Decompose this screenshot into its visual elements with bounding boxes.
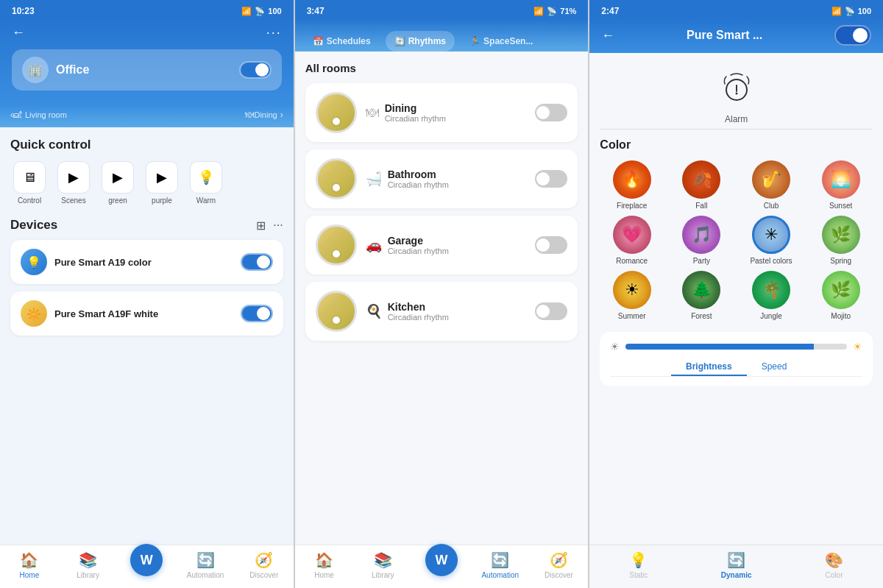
color-item-spring[interactable]: 🌿 Spring xyxy=(809,216,873,265)
mojito-label: Mojito xyxy=(831,312,851,320)
kitchen-toggle[interactable] xyxy=(535,302,567,320)
tab-spacesense[interactable]: 🏃 SpaceSen... xyxy=(461,31,542,52)
room-nav-prev-label[interactable]: Living room xyxy=(25,110,245,119)
tab-color[interactable]: 🎨 Color xyxy=(785,551,883,579)
garage-sub: Circadian rhythm xyxy=(388,247,536,255)
quick-item-green[interactable]: ▶ green xyxy=(99,161,137,205)
static-label: Static xyxy=(629,571,648,579)
library-icon-1: 📚 xyxy=(79,551,97,569)
quick-item-control[interactable]: 🖥 Control xyxy=(10,161,49,205)
grid-icon[interactable]: ⊞ xyxy=(256,219,266,233)
device-main-toggle[interactable] xyxy=(834,25,871,46)
room-icon-1: 🏢 xyxy=(22,57,49,83)
more-devices-icon[interactable]: ··· xyxy=(273,219,283,233)
garage-toggle[interactable] xyxy=(535,236,567,254)
quick-item-warm[interactable]: 💡 Warm xyxy=(187,161,225,205)
signal-icon: 📶 xyxy=(241,7,252,16)
color-item-summer[interactable]: ☀ Summer xyxy=(600,271,664,320)
room-bathroom-card[interactable]: 🛁 Bathroom Circadian rhythm xyxy=(305,149,578,208)
nav-discover-2[interactable]: 🧭 Discover xyxy=(530,551,589,579)
color-item-party[interactable]: 🎵 Party xyxy=(670,216,734,265)
room-name-1: Office xyxy=(56,63,89,77)
nav-discover-1[interactable]: 🧭 Discover xyxy=(235,551,294,579)
color-item-fall[interactable]: 🍂 Fall xyxy=(670,160,734,210)
tab-schedules[interactable]: 📅 Schedules xyxy=(304,31,380,52)
device-icon-color: 💡 xyxy=(21,249,47,275)
phone2-tabs: 📅 Schedules 🔄 Rhythms 🏃 SpaceSen... xyxy=(295,25,589,52)
nav-automation-1[interactable]: 🔄 Automation xyxy=(176,551,235,579)
color-item-romance[interactable]: 💗 Romance xyxy=(600,216,664,265)
device-card-white[interactable]: 🔆 Pure Smart A19F white xyxy=(10,291,283,336)
back-button-1[interactable]: ← xyxy=(12,25,25,40)
color-item-fireplace[interactable]: 🔥 Fireplace xyxy=(600,160,664,210)
room-garage-card[interactable]: 🚗 Garage Circadian rhythm xyxy=(305,216,578,274)
brightness-low-icon: ☀ xyxy=(610,341,620,353)
romance-label: Romance xyxy=(616,257,648,265)
dining-name: Dining xyxy=(385,102,536,114)
color-item-jungle[interactable]: 🌴 Jungle xyxy=(740,271,804,320)
more-button-1[interactable]: ··· xyxy=(266,25,282,40)
quick-item-purple[interactable]: ▶ purple xyxy=(143,161,181,205)
device-card-color[interactable]: 💡 Pure Smart A19 color xyxy=(10,240,283,284)
library-icon-2: 📚 xyxy=(374,551,392,569)
quick-item-scenes[interactable]: ▶ Scenes xyxy=(54,161,93,205)
nav-library-1[interactable]: 📚 Library xyxy=(59,551,118,579)
speed-tab[interactable]: Speed xyxy=(747,358,802,376)
discover-label-2: Discover xyxy=(545,571,573,579)
automation-label-1: Automation xyxy=(187,571,224,579)
brightness-tab[interactable]: Brightness xyxy=(671,358,747,376)
nav-automation-2[interactable]: 🔄 Automation xyxy=(471,551,530,579)
fireplace-label: Fireplace xyxy=(617,202,647,210)
brightness-track[interactable] xyxy=(625,344,847,350)
tab-rhythms[interactable]: 🔄 Rhythms xyxy=(386,31,455,52)
nav-center-2[interactable]: W xyxy=(412,551,471,579)
color-item-pastel[interactable]: ✳ Pastel colors xyxy=(740,216,804,265)
device-toggle-white[interactable] xyxy=(241,305,273,322)
nav-center-1[interactable]: W xyxy=(117,551,176,579)
device-toggle-color[interactable] xyxy=(241,253,273,271)
discover-icon-1: 🧭 xyxy=(255,551,273,569)
dining-toggle[interactable] xyxy=(535,104,567,121)
control-icon: 🖥 xyxy=(13,161,46,194)
center-button-2[interactable]: W xyxy=(425,544,458,576)
brightness-speed-tabs: Brightness Speed xyxy=(610,358,862,377)
signal-icon-3: 📶 xyxy=(831,7,842,16)
color-item-forest[interactable]: 🌲 Forest xyxy=(670,271,734,320)
all-rooms-title: All rooms xyxy=(305,62,578,74)
color-item-mojito[interactable]: 🌿 Mojito xyxy=(809,271,873,320)
phone-screen-1: 10:23 📶 📡 100 ← ··· 🏢 Office ‹ xyxy=(0,0,295,588)
nav-library-2[interactable]: 📚 Library xyxy=(353,551,412,579)
warm-label: Warm xyxy=(196,196,216,205)
room-nav-next-label[interactable]: Dining xyxy=(254,110,277,119)
nav-home-1[interactable]: 🏠 Home xyxy=(0,551,59,579)
nav-home-2[interactable]: 🏠 Home xyxy=(295,551,354,579)
tab-dynamic[interactable]: 🔄 Dynamic xyxy=(687,551,785,579)
garage-info: Garage Circadian rhythm xyxy=(388,235,536,255)
alarm-label: Alarm xyxy=(725,114,748,124)
back-button-3[interactable]: ← xyxy=(601,28,614,43)
automation-label-2: Automation xyxy=(481,571,519,579)
dining-dial xyxy=(316,92,357,133)
color-item-sunset[interactable]: 🌅 Sunset xyxy=(809,160,873,210)
phone2-header: 📅 Schedules 🔄 Rhythms 🏃 SpaceSen... xyxy=(295,19,589,52)
mojito-blob: 🌿 xyxy=(822,271,860,309)
room-toggle-1[interactable] xyxy=(239,61,272,79)
spring-label: Spring xyxy=(830,257,851,265)
spring-blob: 🌿 xyxy=(822,216,860,254)
tab-static[interactable]: 💡 Static xyxy=(589,551,687,579)
garage-name: Garage xyxy=(388,235,536,247)
scenes-icon: ▶ xyxy=(57,161,90,194)
purple-label: purple xyxy=(152,196,172,205)
svg-point-2 xyxy=(735,93,737,95)
time-1: 10:23 xyxy=(12,6,35,16)
room-dining-card[interactable]: 🍽 Dining Circadian rhythm xyxy=(305,83,578,142)
device-name-color: Pure Smart A19 color xyxy=(54,257,152,268)
spacesense-icon: 🏃 xyxy=(469,36,480,46)
bathroom-toggle[interactable] xyxy=(535,170,567,188)
room-kitchen-card[interactable]: 🍳 Kitchen Circadian rhythm xyxy=(305,282,578,341)
scenes-label: Scenes xyxy=(61,196,85,205)
content-1: Quick control 🖥 Control ▶ Scenes ▶ green… xyxy=(0,127,294,545)
color-item-club[interactable]: 🎷 Club xyxy=(740,160,804,210)
dining-room-icon: 🍽 xyxy=(366,105,379,121)
center-button-1[interactable]: W xyxy=(130,544,163,576)
